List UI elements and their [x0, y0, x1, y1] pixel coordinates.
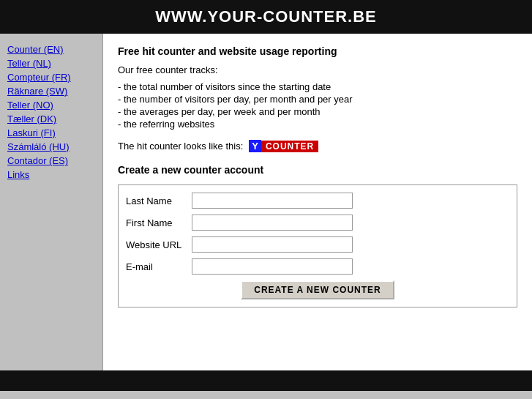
counter-preview: The hit counter looks like this: Y COUNT…: [118, 140, 517, 152]
form-row-last-name: Last Name: [126, 193, 509, 209]
site-header: WWW.YOUR-COUNTER.BE: [0, 0, 532, 34]
badge-y: Y: [249, 140, 261, 152]
counter-badge: Y COUNTER: [249, 140, 318, 152]
bullet-item: - the averages per day, per week and per…: [118, 106, 517, 117]
label-last-name: Last Name: [126, 195, 192, 206]
sidebar-link-links[interactable]: Links: [7, 169, 95, 180]
form-row-email: E-mail: [126, 258, 509, 275]
form-row-website-url: Website URL: [126, 236, 509, 253]
sidebar-link-laskuri-fi[interactable]: Laskuri (FI): [7, 127, 95, 138]
input-email[interactable]: [192, 258, 353, 275]
sidebar-link-counter-en[interactable]: Counter (EN): [7, 44, 95, 55]
footer-bar: [0, 370, 532, 391]
content-intro: Our free counter tracks:: [118, 64, 517, 75]
registration-form: Last NameFirst NameWebsite URLE-mail CRE…: [118, 184, 517, 307]
sidebar-link-taeller-dk[interactable]: Tæller (DK): [7, 113, 95, 124]
form-button-row: CREATE A NEW COUNTER: [126, 280, 509, 299]
sidebar-link-raknare-sw[interactable]: Räknare (SW): [7, 86, 95, 97]
content-area: Free hit counter and website usage repor…: [102, 34, 532, 370]
content-bullets: - the total number of visitors since the…: [118, 81, 517, 130]
sidebar-link-teller-nl[interactable]: Teller (NL): [7, 58, 95, 69]
sidebar-link-compteur-fr[interactable]: Compteur (FR): [7, 72, 95, 83]
sidebar-link-contador-es[interactable]: Contador (ES): [7, 155, 95, 166]
label-email: E-mail: [126, 261, 192, 272]
main-layout: Counter (EN)Teller (NL)Compteur (FR)Räkn…: [0, 34, 532, 370]
sidebar: Counter (EN)Teller (NL)Compteur (FR)Räkn…: [0, 34, 102, 370]
preview-text: The hit counter looks like this:: [118, 141, 243, 152]
sidebar-link-teller-no[interactable]: Teller (NO): [7, 100, 95, 111]
badge-label: COUNTER: [261, 141, 318, 152]
bullet-item: - the number of visitors per day, per mo…: [118, 94, 517, 105]
create-counter-button[interactable]: CREATE A NEW COUNTER: [241, 280, 394, 299]
bullet-item: - the referring websites: [118, 119, 517, 130]
sidebar-link-szamlalo-hu[interactable]: Számláló (HU): [7, 141, 95, 152]
input-last-name[interactable]: [192, 193, 353, 209]
content-title: Free hit counter and website usage repor…: [118, 45, 517, 57]
input-website-url[interactable]: [192, 236, 353, 253]
label-website-url: Website URL: [126, 239, 192, 250]
label-first-name: First Name: [126, 217, 192, 228]
bullet-item: - the total number of visitors since the…: [118, 81, 517, 92]
site-title: WWW.YOUR-COUNTER.BE: [155, 7, 377, 26]
form-row-first-name: First Name: [126, 215, 509, 231]
input-first-name[interactable]: [192, 215, 353, 231]
form-section-title: Create a new counter account: [118, 164, 517, 176]
